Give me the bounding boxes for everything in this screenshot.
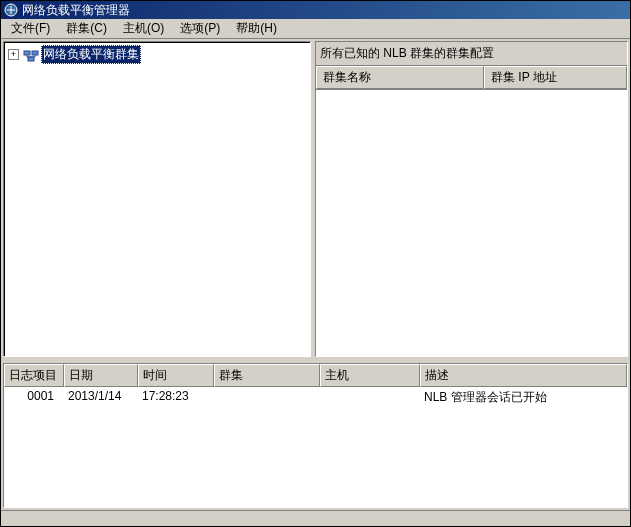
log-cell-desc: NLB 管理器会话已开始 <box>420 388 627 407</box>
app-window: 网络负载平衡管理器 文件(F) 群集(C) 主机(O) 选项(P) 帮助(H) … <box>0 0 631 527</box>
log-cell-time: 17:28:23 <box>138 388 214 407</box>
menu-host[interactable]: 主机(O) <box>115 18 172 39</box>
log-cell-host <box>320 388 420 407</box>
details-pane: 所有已知的 NLB 群集的群集配置 群集名称 群集 IP 地址 <box>315 41 628 357</box>
log-cell-cluster <box>214 388 320 407</box>
log-body: 0001 2013/1/14 17:28:23 NLB 管理器会话已开始 <box>4 387 627 507</box>
menubar: 文件(F) 群集(C) 主机(O) 选项(P) 帮助(H) <box>1 19 630 39</box>
window-title: 网络负载平衡管理器 <box>22 2 130 19</box>
svg-rect-3 <box>28 57 34 61</box>
log-cell-date: 2013/1/14 <box>64 388 138 407</box>
top-panes: + 网络负载平衡群集 所有已知的 NLB 群集的群集配置 群集 <box>1 39 630 359</box>
tree-pane: + 网络负载平衡群集 <box>3 41 311 357</box>
svg-rect-1 <box>24 51 30 55</box>
svg-rect-2 <box>32 51 38 55</box>
menu-cluster[interactable]: 群集(C) <box>58 18 115 39</box>
log-col-cluster[interactable]: 群集 <box>214 364 320 387</box>
log-col-desc[interactable]: 描述 <box>420 364 627 387</box>
log-row[interactable]: 0001 2013/1/14 17:28:23 NLB 管理器会话已开始 <box>4 387 627 408</box>
log-col-host[interactable]: 主机 <box>320 364 420 387</box>
log-column-headers: 日志项目 日期 时间 群集 主机 描述 <box>4 364 627 387</box>
details-list-body <box>316 90 627 356</box>
log-col-time[interactable]: 时间 <box>138 364 214 387</box>
app-icon <box>4 3 18 17</box>
status-strip <box>1 510 630 526</box>
titlebar: 网络负载平衡管理器 <box>1 1 630 19</box>
menu-help[interactable]: 帮助(H) <box>228 18 285 39</box>
tree-root-label[interactable]: 网络负载平衡群集 <box>41 45 141 64</box>
details-column-headers: 群集名称 群集 IP 地址 <box>316 66 627 90</box>
details-heading: 所有已知的 NLB 群集的群集配置 <box>316 42 627 66</box>
tree-expander-icon[interactable]: + <box>8 49 19 60</box>
menu-file[interactable]: 文件(F) <box>3 18 58 39</box>
log-pane: 日志项目 日期 时间 群集 主机 描述 0001 2013/1/14 17:28… <box>3 363 628 508</box>
tree-root-row[interactable]: + 网络负载平衡群集 <box>6 44 308 65</box>
col-cluster-ip[interactable]: 群集 IP 地址 <box>484 66 627 89</box>
col-cluster-name[interactable]: 群集名称 <box>316 66 484 89</box>
log-col-item[interactable]: 日志项目 <box>4 364 64 387</box>
content-area: + 网络负载平衡群集 所有已知的 NLB 群集的群集配置 群集 <box>1 39 630 526</box>
log-cell-item: 0001 <box>4 388 64 407</box>
cluster-group-icon <box>23 48 39 62</box>
log-col-date[interactable]: 日期 <box>64 364 138 387</box>
menu-options[interactable]: 选项(P) <box>172 18 228 39</box>
